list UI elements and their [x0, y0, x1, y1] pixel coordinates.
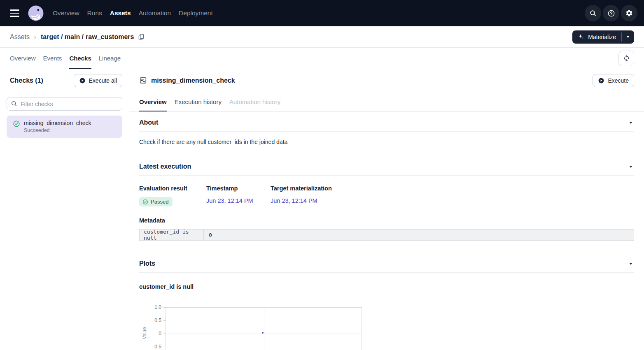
breadcrumb-asset-path: target / main / — [41, 33, 84, 41]
materialize-dropdown-button[interactable] — [622, 30, 634, 44]
latest-execution-table: Evaluation result Timestamp Target mater… — [139, 185, 634, 206]
nav-item-deployment[interactable]: Deployment — [179, 9, 213, 17]
refresh-icon[interactable] — [618, 51, 634, 66]
plot-area — [166, 307, 362, 350]
checks-sidebar-header: Checks (1) Execute all — [0, 69, 129, 92]
top-nav: Overview Runs Assets Automation Deployme… — [0, 0, 644, 26]
checks-sidebar: Checks (1) Execute all missing_d — [0, 69, 129, 350]
nav-item-overview[interactable]: Overview — [53, 9, 79, 17]
copy-icon[interactable] — [138, 33, 145, 40]
about-section-header: About — [139, 112, 634, 132]
caret-down-icon — [626, 36, 630, 38]
passed-label: Passed — [151, 199, 168, 205]
about-description: Check if there are any null customer_ids… — [139, 139, 634, 145]
check-detail-body: About Check if there are any null custom… — [129, 112, 644, 350]
help-icon[interactable] — [603, 5, 619, 21]
execute-all-label: Execute all — [89, 77, 117, 84]
subtab-overview[interactable]: Overview — [139, 92, 167, 111]
checks-count-title: Checks (1) — [10, 77, 43, 84]
checklist-square-icon — [139, 76, 147, 84]
breadcrumb-assets-link[interactable]: Assets — [10, 33, 30, 41]
play-circle-icon — [598, 77, 604, 84]
column-timestamp: Timestamp — [206, 185, 271, 192]
execute-button[interactable]: Execute — [593, 74, 634, 87]
materialize-split-button: Materialize — [572, 30, 634, 44]
collapse-caret-icon[interactable] — [629, 122, 632, 124]
check-item-name: missing_dimension_check — [24, 120, 91, 126]
primary-nav: Overview Runs Assets Automation Deployme… — [53, 9, 213, 17]
metadata-heading: Metadata — [139, 217, 634, 224]
breadcrumb-bar: Assets › target / main / raw_customers M… — [0, 26, 644, 48]
latest-execution-section-header: Latest execution — [139, 156, 634, 176]
y-tick: -0.5 — [147, 344, 161, 350]
settings-gear-icon[interactable] — [621, 5, 637, 21]
nav-item-assets[interactable]: Assets — [110, 9, 131, 17]
latest-execution-heading: Latest execution — [139, 163, 191, 170]
data-point[interactable] — [262, 332, 264, 334]
y-tick: 0.5 — [147, 318, 161, 323]
check-list-item[interactable]: missing_dimension_check Succeeded — [7, 116, 122, 138]
column-target-materialization: Target materialization — [271, 185, 634, 192]
check-circle-icon — [142, 199, 148, 205]
search-icon — [11, 100, 17, 107]
metadata-table: customer_id is null 0 — [139, 229, 634, 241]
collapse-caret-icon[interactable] — [629, 263, 632, 265]
execute-label: Execute — [608, 77, 629, 84]
content-area: Checks (1) Execute all missing_d — [0, 69, 644, 350]
nav-actions — [585, 5, 637, 21]
target-materialization-link[interactable]: Jun 23, 12:14 PM — [271, 197, 317, 204]
breadcrumb-chevron-icon: › — [34, 33, 36, 40]
check-detail-header: missing_dimension_check Execute — [129, 69, 644, 92]
metadata-key: customer_id is null — [140, 229, 204, 240]
plots-heading: Plots — [139, 260, 155, 267]
tab-events[interactable]: Events — [43, 48, 62, 69]
y-tick: 0 — [147, 331, 161, 336]
about-heading: About — [139, 119, 158, 126]
tab-checks[interactable]: Checks — [69, 48, 91, 69]
nav-item-runs[interactable]: Runs — [87, 9, 102, 17]
execute-all-button[interactable]: Execute all — [74, 74, 122, 87]
collapse-caret-icon[interactable] — [629, 166, 632, 168]
nav-item-automation[interactable]: Automation — [139, 9, 171, 17]
materialize-button[interactable]: Materialize — [572, 30, 621, 44]
filter-checks-field — [7, 97, 122, 111]
check-detail-tabs: Overview Execution history Automation hi… — [129, 92, 644, 112]
menu-icon[interactable] — [7, 5, 23, 21]
check-detail-panel: missing_dimension_check Execute Overview… — [129, 69, 644, 350]
dagster-logo-icon[interactable] — [28, 5, 44, 21]
play-circle-icon — [79, 77, 86, 84]
check-title: missing_dimension_check — [151, 77, 235, 84]
passed-status-badge: Passed — [139, 197, 173, 206]
check-item-status: Succeeded — [24, 127, 91, 133]
subtab-automation-history[interactable]: Automation history — [229, 92, 280, 111]
column-evaluation-result: Evaluation result — [139, 185, 206, 192]
sparkle-icon — [578, 33, 585, 40]
value-scatter-chart: Value 1.0 0.5 0 -0.5 -1.0 Jun — [139, 304, 394, 350]
check-circle-icon — [13, 120, 20, 127]
asset-tabs: Overview Events Checks Lineage — [0, 48, 644, 69]
y-tick: 1.0 — [147, 304, 161, 310]
breadcrumb-asset-name: raw_customers — [86, 33, 134, 41]
search-icon[interactable] — [585, 5, 601, 21]
checks-sidebar-body: missing_dimension_check Succeeded — [0, 92, 129, 143]
materialize-label: Materialize — [588, 34, 616, 40]
timestamp-link[interactable]: Jun 23, 12:14 PM — [206, 197, 253, 204]
filter-checks-input[interactable] — [7, 97, 122, 111]
plot-title: customer_id is null — [139, 283, 634, 290]
tab-overview[interactable]: Overview — [10, 48, 36, 69]
tab-lineage[interactable]: Lineage — [99, 48, 121, 69]
subtab-execution-history[interactable]: Execution history — [175, 92, 222, 111]
metadata-value: 0 — [204, 229, 217, 240]
plots-section-header: Plots — [139, 253, 634, 273]
